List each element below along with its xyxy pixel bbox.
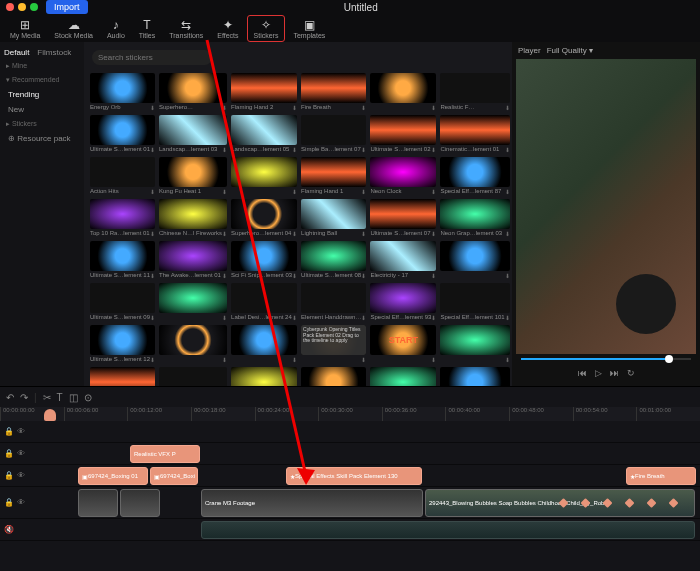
- speed-icon[interactable]: ⊙: [84, 392, 92, 403]
- clip-box2[interactable]: ▣ 697424_Boxi: [150, 467, 198, 485]
- undo-icon[interactable]: ↶: [6, 392, 14, 403]
- preview-quality-dropdown[interactable]: Full Quality ▾: [547, 46, 593, 55]
- side-trending[interactable]: Trending: [0, 87, 84, 102]
- tab-stock-media[interactable]: ☁Stock Media: [48, 16, 99, 41]
- sticker-thumb[interactable]: Neon Grap…lement 03⬇: [440, 199, 509, 237]
- sticker-thumb[interactable]: Special Eff…lement 87⬇: [440, 157, 509, 195]
- sticker-thumb[interactable]: Fire Breath⬇: [301, 73, 366, 111]
- tab-titles[interactable]: TTitles: [133, 16, 161, 41]
- play-icon[interactable]: ▷: [595, 368, 602, 378]
- close-window[interactable]: [6, 3, 14, 11]
- sticker-thumb[interactable]: Top 10 Ra…lement 01⬇: [90, 199, 155, 237]
- eye-icon[interactable]: 👁: [17, 427, 25, 436]
- sticker-thumb[interactable]: ⬇: [159, 325, 227, 363]
- sticker-thumb[interactable]: Ultimate S…lement 12⬇: [90, 325, 155, 363]
- sticker-thumb[interactable]: Cyberpun…lement 02⬇: [231, 367, 297, 386]
- sticker-thumb[interactable]: ⬇: [370, 73, 436, 111]
- tab-stickers[interactable]: ✧Stickers: [247, 15, 286, 42]
- sticker-thumb[interactable]: Simple Ba…lement 07⬇: [301, 115, 366, 153]
- tab-my-media[interactable]: ⊞My Media: [4, 16, 46, 41]
- subtab-default[interactable]: Default: [4, 48, 29, 57]
- sticker-thumb[interactable]: Flaming Hand 1⬇: [301, 157, 366, 195]
- side-stickers[interactable]: ▸ Stickers: [0, 117, 84, 131]
- sticker-thumb[interactable]: Realistic F…⬇: [440, 73, 509, 111]
- sticker-thumb[interactable]: Neon Clock⬇: [370, 157, 436, 195]
- lock-icon[interactable]: 🔒: [4, 498, 14, 507]
- sticker-thumb[interactable]: Ultimate S…lement 07⬇: [370, 199, 436, 237]
- track-sticker-3[interactable]: 🔒👁: [0, 421, 700, 443]
- sticker-thumb[interactable]: Special Eff…lement 101⬇: [440, 283, 509, 321]
- side-mine[interactable]: ▸ Mine: [0, 59, 84, 73]
- sticker-thumb[interactable]: Landscap…lement 03⬇: [159, 115, 227, 153]
- tab-templates[interactable]: ▣Templates: [287, 16, 331, 41]
- side-resource-pack[interactable]: ⊕ Resource pack: [0, 131, 84, 146]
- next-end-icon[interactable]: ⏭: [610, 368, 619, 378]
- side-new[interactable]: New: [0, 102, 84, 117]
- text-tool-icon[interactable]: T: [57, 392, 63, 403]
- cut-icon[interactable]: ✂: [43, 392, 51, 403]
- clip-audio[interactable]: [201, 521, 695, 539]
- clip-video-1[interactable]: [78, 489, 118, 517]
- subtab-filmstock[interactable]: Filmstock: [37, 48, 71, 57]
- sticker-thumb[interactable]: Mother's …lement 03⬇: [90, 367, 155, 386]
- sticker-thumb[interactable]: Superhero…lement 04⬇: [231, 199, 297, 237]
- sticker-thumb[interactable]: Sci Fi Snip…lement 03⬇: [231, 241, 297, 279]
- preview-viewport[interactable]: [516, 59, 696, 354]
- track-audio[interactable]: 🔇: [0, 519, 700, 541]
- sticker-thumb[interactable]: Ultimate S…lement 11⬇: [90, 241, 155, 279]
- sticker-thumb[interactable]: ⬇: [370, 367, 436, 386]
- maximize-window[interactable]: [30, 3, 38, 11]
- eye-icon[interactable]: 👁: [17, 498, 25, 507]
- minimize-window[interactable]: [18, 3, 26, 11]
- playhead[interactable]: [44, 409, 56, 421]
- sticker-thumb[interactable]: START⬇: [370, 325, 436, 363]
- clip-sfx[interactable]: ★ Special Effects Skill Pack Element 130: [286, 467, 422, 485]
- eye-icon[interactable]: 👁: [17, 471, 25, 480]
- clip-fire[interactable]: ★ Fire Breath: [626, 467, 696, 485]
- sticker-thumb[interactable]: Cyberpunk Opening Titles Pack Element 02…: [301, 325, 366, 363]
- crop-icon[interactable]: ◫: [69, 392, 78, 403]
- track-sticker-2[interactable]: 🔒👁 Realistic VFX P: [0, 443, 700, 465]
- sticker-thumb[interactable]: Kung Fu Heat 1⬇: [159, 157, 227, 195]
- redo-icon[interactable]: ↷: [20, 392, 28, 403]
- sticker-thumb[interactable]: Electricity - 17⬇: [370, 241, 436, 279]
- sticker-thumb[interactable]: Ultimate S…lement 01⬇: [90, 115, 155, 153]
- sticker-thumb[interactable]: Landscap…lement 05⬇: [231, 115, 297, 153]
- sticker-thumb[interactable]: Superhero…⬇: [159, 73, 227, 111]
- lock-icon[interactable]: 🔒: [4, 471, 14, 480]
- preview-progress[interactable]: [521, 358, 690, 360]
- lock-icon[interactable]: 🔒: [4, 449, 14, 458]
- eye-icon[interactable]: 👁: [17, 449, 25, 458]
- sticker-thumb[interactable]: ⬇: [231, 325, 297, 363]
- mute-icon[interactable]: 🔇: [4, 525, 14, 534]
- loop-icon[interactable]: ↻: [627, 368, 635, 378]
- clip-video-2[interactable]: [120, 489, 160, 517]
- sticker-thumb[interactable]: ⬇: [301, 367, 366, 386]
- prev-start-icon[interactable]: ⏮: [578, 368, 587, 378]
- tab-transitions[interactable]: ⇆Transitions: [163, 16, 209, 41]
- sticker-thumb[interactable]: The Awake…lement 01⬇: [159, 241, 227, 279]
- sticker-thumb[interactable]: Ultimate S…lement 02⬇: [370, 115, 436, 153]
- sticker-thumb[interactable]: Flaming Hand 2⬇: [231, 73, 297, 111]
- clip-crane[interactable]: Crane M3 Footage: [201, 489, 423, 517]
- sticker-thumb[interactable]: Cinematic…lement 01⬇: [440, 115, 509, 153]
- tab-effects[interactable]: ✦Effects: [211, 16, 244, 41]
- import-button[interactable]: Import: [46, 0, 88, 14]
- sticker-thumb[interactable]: ⬇: [231, 157, 297, 195]
- sticker-thumb[interactable]: ⬇: [440, 241, 509, 279]
- sticker-thumb[interactable]: Lightning Ball⬇: [301, 199, 366, 237]
- clip-box1[interactable]: ▣ 697424_Boxing 01: [78, 467, 148, 485]
- tab-audio[interactable]: ♪Audio: [101, 16, 131, 41]
- track-sticker-1[interactable]: 🔒👁 ▣ 697424_Boxing 01 ▣ 697424_Boxi ★ Sp…: [0, 465, 700, 487]
- track-video-main[interactable]: 🔒👁 Crane M3 Footage 292443_Blowing Bubbl…: [0, 487, 700, 519]
- sticker-thumb[interactable]: ⬇: [159, 283, 227, 321]
- sticker-thumb[interactable]: Label Desi…lement 24⬇: [231, 283, 297, 321]
- sticker-thumb[interactable]: Special Eff…lement 18⬇: [159, 367, 227, 386]
- lock-icon[interactable]: 🔒: [4, 427, 14, 436]
- sticker-thumb[interactable]: ⬇: [440, 325, 509, 363]
- sticker-thumb[interactable]: Ultimate S…lement 08⬇: [301, 241, 366, 279]
- sticker-thumb[interactable]: Ultimate S…lement 09⬇: [90, 283, 155, 321]
- clip-vfx[interactable]: Realistic VFX P: [130, 445, 200, 463]
- sticker-thumb[interactable]: Element Handdrawn…⬇: [301, 283, 366, 321]
- sticker-thumb[interactable]: Special Eff…lement 93⬇: [370, 283, 436, 321]
